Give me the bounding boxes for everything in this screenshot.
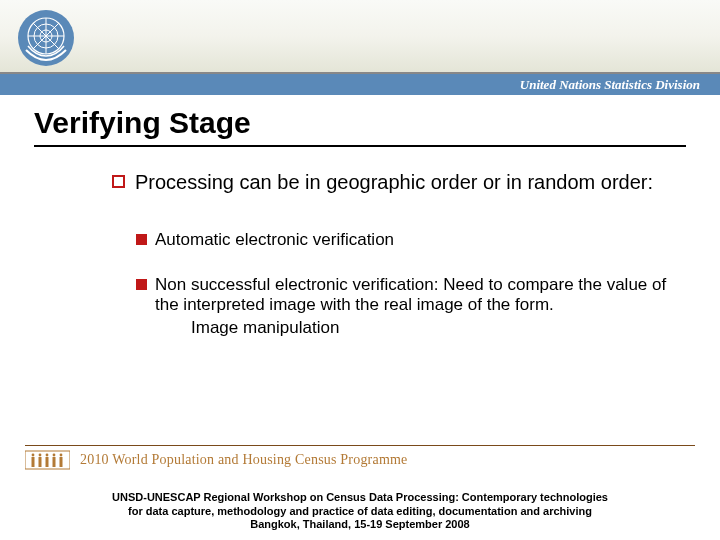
- filled-square-icon: [136, 279, 147, 290]
- svg-rect-16: [53, 457, 56, 467]
- header-stripe: United Nations Statistics Division: [0, 74, 720, 95]
- bullet-level2: Non successful electronic verification: …: [136, 275, 672, 339]
- title-underline: [34, 145, 686, 147]
- slide-title: Verifying Stage: [34, 106, 251, 140]
- footer-line: Bangkok, Thailand, 15-19 September 2008: [0, 518, 720, 532]
- content-area: Processing can be in geographic order or…: [112, 170, 672, 363]
- filled-square-icon: [136, 234, 147, 245]
- svg-rect-18: [60, 457, 63, 467]
- un-emblem-icon: [14, 6, 78, 70]
- programme-banner: 2010 World Population and Housing Census…: [25, 445, 695, 473]
- programme-text: 2010 World Population and Housing Census…: [80, 452, 408, 468]
- svg-point-15: [53, 453, 56, 456]
- hollow-square-icon: [112, 175, 125, 188]
- bullet-text: Non successful electronic verification: …: [155, 275, 672, 339]
- header-org-label: United Nations Statistics Division: [520, 77, 700, 93]
- bullet-continuation: Image manipulation: [191, 318, 672, 339]
- bullet-level1: Processing can be in geographic order or…: [112, 170, 672, 194]
- svg-point-11: [39, 453, 42, 456]
- slide: United Nations Statistics Division Verif…: [0, 0, 720, 540]
- bullet-text: Processing can be in geographic order or…: [135, 170, 653, 194]
- footer-line: UNSD-UNESCAP Regional Workshop on Census…: [0, 491, 720, 505]
- svg-rect-14: [46, 457, 49, 467]
- svg-rect-12: [39, 457, 42, 467]
- svg-point-9: [32, 453, 35, 456]
- bullet-text: Automatic electronic verification: [155, 230, 394, 251]
- svg-rect-10: [32, 457, 35, 467]
- bullet-level2: Automatic electronic verification: [136, 230, 672, 251]
- bullet-line: Non successful electronic verification: …: [155, 275, 666, 315]
- svg-point-17: [60, 453, 63, 456]
- census-logo-icon: [25, 449, 70, 471]
- svg-point-13: [46, 453, 49, 456]
- header-bar: [0, 0, 720, 74]
- footer: UNSD-UNESCAP Regional Workshop on Census…: [0, 491, 720, 532]
- footer-line: for data capture, methodology and practi…: [0, 505, 720, 519]
